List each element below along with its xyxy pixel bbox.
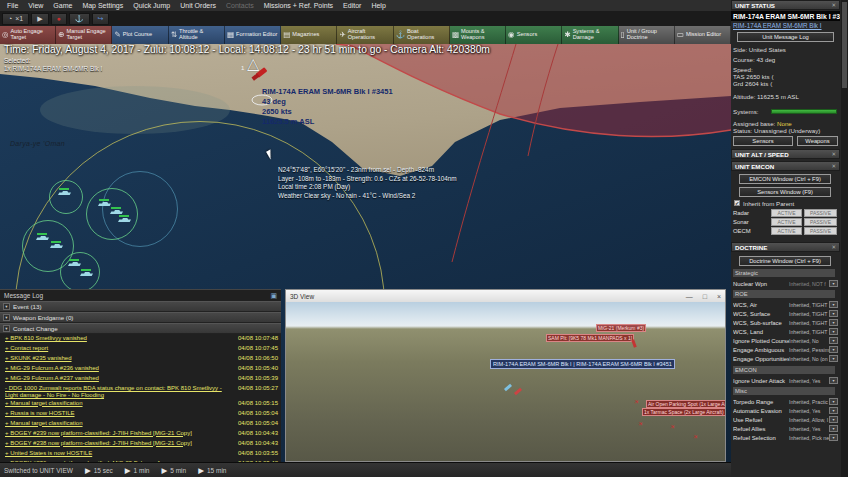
friendly-ship-contact[interactable] — [50, 244, 63, 249]
manual-engage-target-button[interactable]: ⊕ Manual Engage Target — [56, 26, 112, 44]
friendly-ship-contact[interactable] — [98, 202, 111, 207]
friendly-ship-contact[interactable] — [58, 191, 71, 196]
3d-view-window[interactable]: 3D View — □ × RIM-174A ERAM SM-6MR Blk I… — [285, 289, 726, 462]
weapons-panel-button[interactable]: Weapons — [797, 136, 838, 146]
log-entry[interactable]: + MiG-29 Fulcrum A #236 vanished04/08 10… — [0, 364, 281, 374]
dropdown-icon[interactable]: ▾ — [829, 377, 838, 384]
aircraft-operations-button[interactable]: ✈ Aircraft Operations — [337, 26, 393, 44]
panel-scrollbar[interactable] — [841, 0, 848, 477]
plot-course-button[interactable]: ✎ Plot Course — [112, 26, 168, 44]
dropdown-icon[interactable]: ▾ — [829, 301, 838, 308]
systems-damage-button[interactable]: ✱ Systems & Damage — [562, 26, 618, 44]
unit-group-doctrine-button[interactable]: ▯ Unit / Group Doctrine — [619, 26, 675, 44]
log-entry[interactable]: + United States is now HOSTILE04/08 10:0… — [0, 449, 281, 459]
auto-engage-target-button[interactable]: ◎ Auto Engage Target — [0, 26, 56, 44]
sensors-panel-button[interactable]: Sensors — [733, 136, 793, 146]
sensors-button[interactable]: ◉ Sensors — [506, 26, 562, 44]
time-step-1min-button[interactable]: ▶ 1 min — [125, 466, 150, 475]
group-toggle-icon[interactable]: ▾ — [3, 325, 10, 332]
menu-editor[interactable]: Editor — [338, 2, 366, 9]
log-entry-text[interactable]: + Russia is now HOSTILE — [5, 410, 235, 417]
menu-file[interactable]: File — [2, 2, 23, 9]
ship-view-button[interactable]: ⚓ — [69, 13, 90, 25]
magazines-button[interactable]: ▤ Magazines — [281, 26, 337, 44]
minimize-icon[interactable]: — — [686, 293, 693, 300]
dropdown-icon[interactable]: ▾ — [829, 434, 838, 441]
log-entry-text[interactable]: + MiG-29 Fulcrum A #236 vanished — [5, 365, 235, 372]
group-toggle-icon[interactable]: ▾ — [3, 314, 10, 321]
undo-button[interactable]: ↪ — [92, 13, 110, 25]
unit-emcon-header[interactable]: UNIT EMCON ✕ — [731, 161, 840, 171]
log-entry-text[interactable]: + Manual target classification — [5, 400, 235, 407]
friendly-ship-contact[interactable] — [68, 262, 81, 267]
time-compression-button[interactable]: ◔ ×1 — [2, 13, 29, 25]
dock-icon[interactable]: ▣ — [270, 292, 277, 300]
sonar-passive-button[interactable]: PASSIVE — [804, 218, 837, 226]
time-step-15min-button[interactable]: ▶ 15 min — [198, 466, 226, 475]
oecm-passive-button[interactable]: PASSIVE — [804, 227, 837, 235]
dropdown-icon[interactable]: ▾ — [829, 280, 838, 287]
log-entry-text[interactable]: + Contact report — [5, 345, 235, 352]
log-entry-text[interactable]: - DDG 1000 Zumwalt reports BDA status ch… — [5, 385, 235, 399]
log-group-contact-change[interactable]: ▾ Contact Change — [0, 323, 281, 334]
menu-missions-ref-points[interactable]: Missions + Ref. Points — [259, 2, 338, 9]
scrollbar-thumb[interactable] — [842, 2, 847, 88]
log-entry-text[interactable]: + BOGEY #239 now platform-classified: J-… — [5, 430, 235, 437]
menu-quick-jump[interactable]: Quick Jump — [128, 2, 175, 9]
dropdown-icon[interactable]: ▾ — [829, 319, 838, 326]
throttle-altitude-button[interactable]: ⇅ Throttle & Altitude — [169, 26, 225, 44]
maximize-icon[interactable]: □ — [703, 293, 707, 300]
mission-editor-button[interactable]: ▭ Mission Editor — [675, 26, 731, 44]
boat-operations-button[interactable]: ⚓ Boat Operations — [394, 26, 450, 44]
dropdown-icon[interactable]: ▾ — [829, 355, 838, 362]
time-step-15sec-button[interactable]: ▶ 15 sec — [85, 466, 113, 475]
doctrine-header[interactable]: DOCTRINE ✕ — [731, 242, 840, 252]
doctrine-window-button[interactable]: Doctrine Window (Ctrl + F9) — [739, 256, 831, 266]
friendly-ship-contact[interactable] — [118, 218, 131, 223]
3d-view-titlebar[interactable]: 3D View — □ × — [286, 290, 725, 302]
log-entry-text[interactable]: + MiG-29 Fulcrum A #237 vanished — [5, 375, 235, 382]
log-entry-text[interactable]: + Manual target classification — [5, 420, 235, 427]
unit-database-link[interactable]: RIM-174A ERAM SM-6MR Blk I — [733, 22, 822, 29]
time-step-5min-button[interactable]: ▶ 5 min — [162, 466, 187, 475]
dropdown-icon[interactable]: ▾ — [829, 425, 838, 432]
friendly-ship-contact[interactable] — [80, 272, 93, 277]
menu-map-settings[interactable]: Map Settings — [77, 2, 128, 9]
log-entry[interactable]: + BPK 810 Smetlivyy vanished04/08 10:07:… — [0, 334, 281, 344]
oecm-active-button[interactable]: ACTIVE — [771, 227, 802, 235]
dropdown-icon[interactable]: ▾ — [829, 337, 838, 344]
pin-icon[interactable]: ✕ — [831, 2, 836, 8]
emcon-window-button[interactable]: EMCON Window (Ctrl + F9) — [739, 174, 831, 184]
3d-view-scene[interactable]: RIM-174A ERAM SM-6MR Blk I | RIM-174A ER… — [286, 302, 725, 461]
log-entry[interactable]: + Contact report04/08 10:07:45 — [0, 344, 281, 354]
log-entry[interactable]: + Russia is now HOSTILE04/08 10:05:04 — [0, 409, 281, 419]
dropdown-icon[interactable]: ▾ — [829, 416, 838, 423]
log-entry[interactable]: + BOGEY #238 now platform-classified: J-… — [0, 439, 281, 449]
close-icon[interactable]: × — [717, 293, 721, 300]
dropdown-icon[interactable]: ▾ — [829, 407, 838, 414]
log-entry-text[interactable]: + BOGEY #238 now platform-classified: J-… — [5, 440, 235, 447]
pin-icon[interactable]: ✕ — [831, 163, 836, 169]
log-entry[interactable]: - DDG 1000 Zumwalt reports BDA status ch… — [0, 384, 281, 399]
sonar-active-button[interactable]: ACTIVE — [771, 218, 802, 226]
menu-contacts[interactable]: Contacts — [221, 2, 259, 9]
log-entry[interactable]: + MiG-29 Fulcrum A #237 vanished04/08 10… — [0, 374, 281, 384]
dropdown-icon[interactable]: ▾ — [829, 310, 838, 317]
log-entry[interactable]: + SKUNK #235 vanished04/08 10:06:50 — [0, 354, 281, 364]
log-entry[interactable]: + Manual target classification04/08 10:0… — [0, 419, 281, 429]
pin-icon[interactable]: ✕ — [831, 151, 836, 157]
sensors-window-button[interactable]: Sensors Window (F9) — [739, 187, 831, 197]
log-group-weapon-endgame[interactable]: ▾ Weapon Endgame (0) — [0, 312, 281, 323]
mounts-weapons-button[interactable]: ▩ Mounts & Weapons — [450, 26, 506, 44]
pin-icon[interactable]: ✕ — [831, 244, 836, 250]
log-entry-text[interactable]: + United States is now HOSTILE — [5, 450, 235, 457]
inherit-from-parent-checkbox[interactable]: ✔ — [734, 200, 740, 206]
formation-editor-button[interactable]: ▦ Formation Editor — [225, 26, 281, 44]
record-button[interactable]: ● — [51, 13, 67, 25]
log-entry-text[interactable]: + BPK 810 Smetlivyy vanished — [5, 335, 235, 342]
radar-active-button[interactable]: ACTIVE — [771, 209, 802, 217]
unit-alt-speed-header[interactable]: UNIT ALT / SPEED ✕ — [731, 149, 840, 159]
menu-view[interactable]: View — [23, 2, 48, 9]
radar-passive-button[interactable]: PASSIVE — [804, 209, 837, 217]
log-group-event[interactable]: ▾ Event (13) — [0, 301, 281, 312]
